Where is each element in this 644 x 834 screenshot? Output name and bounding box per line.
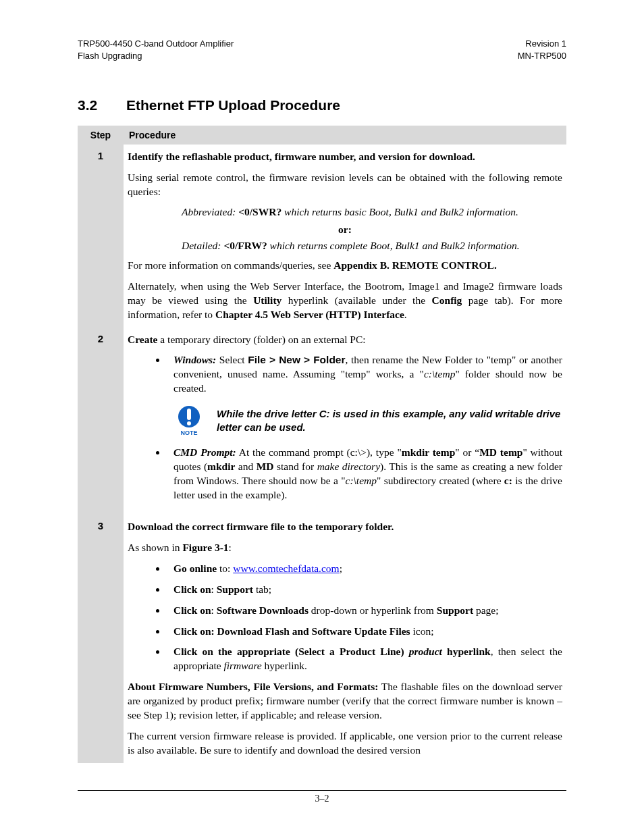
table-row: 3 Download the correct firmware file to …	[78, 515, 566, 763]
header-right: Revision 1 MN-TRP500	[518, 38, 566, 61]
list-item: Click on: Support tab;	[167, 583, 562, 597]
step-content: Identify the reflashable product, firmwa…	[124, 145, 566, 327]
step-number: 2	[78, 328, 124, 515]
note-text: While the drive letter C: is used in thi…	[217, 407, 562, 435]
website-link[interactable]: www.comtechefdata.com	[233, 563, 339, 574]
page-header: TRP500-4450 C-band Outdoor Amplifier Fla…	[78, 38, 566, 61]
svg-rect-1	[187, 409, 191, 420]
step2-list2: CMD Prompt: At the command prompt (c:\>)…	[167, 446, 562, 502]
header-product: TRP500-4450 C-band Outdoor Amplifier	[78, 38, 234, 50]
step3-p2: About Firmware Numbers, File Versions, a…	[128, 680, 562, 723]
step3-title: Download the correct firmware file to th…	[128, 521, 394, 532]
step-content: Create a temporary directory (folder) on…	[124, 328, 566, 515]
list-item: Windows: Select File > New > Folder, the…	[167, 353, 562, 396]
list-item: Click on: Download Flash and Software Up…	[167, 625, 562, 639]
table-row: 2 Create a temporary directory (folder) …	[78, 328, 566, 515]
header-left: TRP500-4450 C-band Outdoor Amplifier Fla…	[78, 38, 234, 61]
procedure-table: Step Procedure 1 Identify the reflashabl…	[78, 126, 566, 763]
header-section: Flash Upgrading	[78, 50, 234, 62]
list-item: Click on the appropriate (Select a Produ…	[167, 645, 562, 673]
step3-p3: The current version firmware release is …	[128, 729, 562, 758]
list-item: CMD Prompt: At the command prompt (c:\>)…	[167, 446, 562, 502]
header-revision: Revision 1	[518, 38, 566, 50]
heading-number: 3.2	[78, 97, 126, 113]
svg-point-2	[187, 421, 191, 425]
step1-p3: Alternately, when using the Web Server I…	[128, 280, 562, 322]
page: TRP500-4450 C-band Outdoor Amplifier Fla…	[0, 0, 644, 834]
list-item: Go online to: www.comtechefdata.com;	[167, 562, 562, 576]
step1-detail: Detailed: <0/FRW? which returns complete…	[182, 240, 562, 252]
th-procedure: Procedure	[124, 126, 566, 145]
step1-p2: For more information on commands/queries…	[128, 259, 562, 273]
page-footer: 3–2	[78, 790, 566, 804]
step1-p1: Using serial remote control, the firmwar…	[128, 171, 562, 199]
table-header-row: Step Procedure	[78, 126, 566, 145]
note-icon: NOTE	[175, 405, 203, 436]
step1-or: or:	[338, 224, 352, 235]
step-content: Download the correct firmware file to th…	[124, 515, 566, 763]
list-item: Click on: Software Downloads drop-down o…	[167, 604, 562, 618]
header-docnum: MN-TRP500	[518, 50, 566, 62]
step1-title: Identify the reflashable product, firmwa…	[128, 151, 475, 162]
heading-title: Ethernet FTP Upload Procedure	[126, 97, 340, 113]
step-number: 3	[78, 515, 124, 763]
step-number: 1	[78, 145, 124, 327]
step2-lead: Create a temporary directory (folder) on…	[128, 333, 562, 347]
note-callout: NOTE While the drive letter C: is used i…	[175, 405, 562, 436]
section-heading: 3.2 Ethernet FTP Upload Procedure	[78, 97, 566, 113]
step3-list: Go online to: www.comtechefdata.com; Cli…	[167, 562, 562, 674]
step1-abbrev: Abbreviated: <0/SWR? which returns basic…	[182, 206, 562, 218]
step3-p1: As shown in Figure 3-1:	[128, 541, 562, 555]
table-row: 1 Identify the reflashable product, firm…	[78, 145, 566, 327]
step2-list: Windows: Select File > New > Folder, the…	[167, 353, 562, 396]
th-step: Step	[78, 126, 124, 145]
